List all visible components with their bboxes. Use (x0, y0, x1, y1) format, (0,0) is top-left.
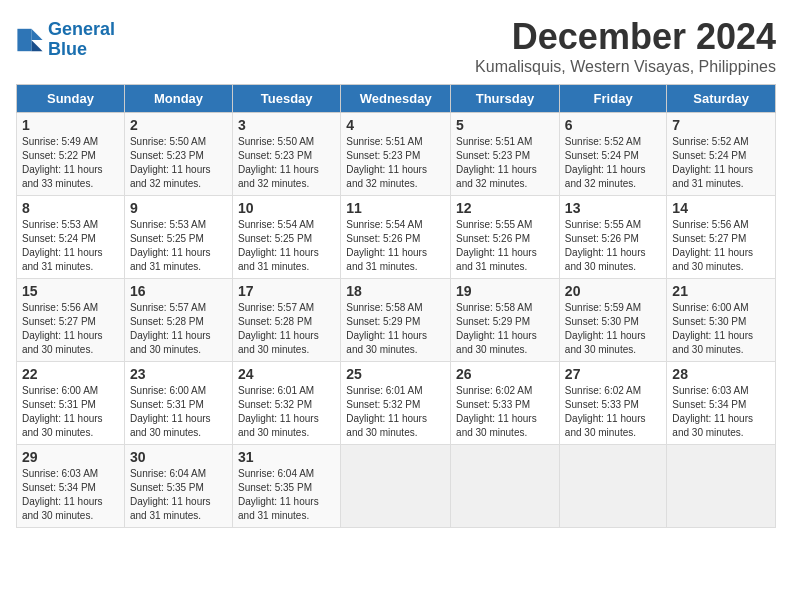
day-info: Sunrise: 6:03 AM Sunset: 5:34 PM Dayligh… (22, 467, 119, 523)
day-info: Sunrise: 6:02 AM Sunset: 5:33 PM Dayligh… (565, 384, 662, 440)
day-number: 18 (346, 283, 445, 299)
day-number: 7 (672, 117, 770, 133)
day-number: 24 (238, 366, 335, 382)
logo: General Blue (16, 20, 115, 60)
day-info: Sunrise: 5:53 AM Sunset: 5:25 PM Dayligh… (130, 218, 227, 274)
calendar-day-cell: 5Sunrise: 5:51 AM Sunset: 5:23 PM Daylig… (451, 113, 560, 196)
day-info: Sunrise: 6:03 AM Sunset: 5:34 PM Dayligh… (672, 384, 770, 440)
day-info: Sunrise: 6:04 AM Sunset: 5:35 PM Dayligh… (238, 467, 335, 523)
weekday-header-cell: Monday (124, 85, 232, 113)
day-number: 14 (672, 200, 770, 216)
day-number: 23 (130, 366, 227, 382)
calendar-day-cell: 16Sunrise: 5:57 AM Sunset: 5:28 PM Dayli… (124, 279, 232, 362)
calendar-day-cell: 29Sunrise: 6:03 AM Sunset: 5:34 PM Dayli… (17, 445, 125, 528)
day-number: 12 (456, 200, 554, 216)
day-number: 9 (130, 200, 227, 216)
day-number: 3 (238, 117, 335, 133)
calendar-day-cell: 18Sunrise: 5:58 AM Sunset: 5:29 PM Dayli… (341, 279, 451, 362)
weekday-header-cell: Saturday (667, 85, 776, 113)
calendar-day-cell: 23Sunrise: 6:00 AM Sunset: 5:31 PM Dayli… (124, 362, 232, 445)
day-info: Sunrise: 5:56 AM Sunset: 5:27 PM Dayligh… (22, 301, 119, 357)
month-title: December 2024 (475, 16, 776, 58)
day-number: 22 (22, 366, 119, 382)
day-info: Sunrise: 6:01 AM Sunset: 5:32 PM Dayligh… (346, 384, 445, 440)
calendar-week-row: 15Sunrise: 5:56 AM Sunset: 5:27 PM Dayli… (17, 279, 776, 362)
calendar-week-row: 22Sunrise: 6:00 AM Sunset: 5:31 PM Dayli… (17, 362, 776, 445)
calendar-day-cell: 10Sunrise: 5:54 AM Sunset: 5:25 PM Dayli… (233, 196, 341, 279)
calendar-day-cell: 19Sunrise: 5:58 AM Sunset: 5:29 PM Dayli… (451, 279, 560, 362)
day-info: Sunrise: 5:55 AM Sunset: 5:26 PM Dayligh… (565, 218, 662, 274)
day-number: 16 (130, 283, 227, 299)
calendar-day-cell: 6Sunrise: 5:52 AM Sunset: 5:24 PM Daylig… (559, 113, 667, 196)
location-title: Kumalisquis, Western Visayas, Philippine… (475, 58, 776, 76)
svg-rect-3 (17, 29, 31, 51)
day-number: 17 (238, 283, 335, 299)
day-info: Sunrise: 6:00 AM Sunset: 5:31 PM Dayligh… (22, 384, 119, 440)
calendar-day-cell: 4Sunrise: 5:51 AM Sunset: 5:23 PM Daylig… (341, 113, 451, 196)
weekday-header-cell: Thursday (451, 85, 560, 113)
logo-icon (16, 26, 44, 54)
calendar-week-row: 1Sunrise: 5:49 AM Sunset: 5:22 PM Daylig… (17, 113, 776, 196)
day-info: Sunrise: 6:01 AM Sunset: 5:32 PM Dayligh… (238, 384, 335, 440)
day-number: 31 (238, 449, 335, 465)
calendar-day-cell: 24Sunrise: 6:01 AM Sunset: 5:32 PM Dayli… (233, 362, 341, 445)
calendar-table: SundayMondayTuesdayWednesdayThursdayFrid… (16, 84, 776, 528)
calendar-body: 1Sunrise: 5:49 AM Sunset: 5:22 PM Daylig… (17, 113, 776, 528)
day-number: 4 (346, 117, 445, 133)
calendar-day-cell: 15Sunrise: 5:56 AM Sunset: 5:27 PM Dayli… (17, 279, 125, 362)
day-number: 26 (456, 366, 554, 382)
day-info: Sunrise: 5:52 AM Sunset: 5:24 PM Dayligh… (565, 135, 662, 191)
day-info: Sunrise: 5:57 AM Sunset: 5:28 PM Dayligh… (130, 301, 227, 357)
logo-line2: Blue (48, 39, 87, 59)
calendar-day-cell: 1Sunrise: 5:49 AM Sunset: 5:22 PM Daylig… (17, 113, 125, 196)
calendar-day-cell: 11Sunrise: 5:54 AM Sunset: 5:26 PM Dayli… (341, 196, 451, 279)
calendar-day-cell: 13Sunrise: 5:55 AM Sunset: 5:26 PM Dayli… (559, 196, 667, 279)
day-number: 28 (672, 366, 770, 382)
day-info: Sunrise: 5:56 AM Sunset: 5:27 PM Dayligh… (672, 218, 770, 274)
calendar-day-cell (559, 445, 667, 528)
calendar-day-cell (667, 445, 776, 528)
day-number: 5 (456, 117, 554, 133)
day-info: Sunrise: 5:54 AM Sunset: 5:26 PM Dayligh… (346, 218, 445, 274)
day-number: 2 (130, 117, 227, 133)
calendar-day-cell (451, 445, 560, 528)
day-info: Sunrise: 5:51 AM Sunset: 5:23 PM Dayligh… (346, 135, 445, 191)
calendar-day-cell: 21Sunrise: 6:00 AM Sunset: 5:30 PM Dayli… (667, 279, 776, 362)
calendar-day-cell: 3Sunrise: 5:50 AM Sunset: 5:23 PM Daylig… (233, 113, 341, 196)
weekday-header-cell: Friday (559, 85, 667, 113)
calendar-week-row: 8Sunrise: 5:53 AM Sunset: 5:24 PM Daylig… (17, 196, 776, 279)
day-number: 30 (130, 449, 227, 465)
calendar-day-cell: 27Sunrise: 6:02 AM Sunset: 5:33 PM Dayli… (559, 362, 667, 445)
header: General Blue December 2024 Kumalisquis, … (16, 16, 776, 76)
calendar-day-cell: 8Sunrise: 5:53 AM Sunset: 5:24 PM Daylig… (17, 196, 125, 279)
day-info: Sunrise: 5:58 AM Sunset: 5:29 PM Dayligh… (456, 301, 554, 357)
calendar-day-cell: 17Sunrise: 5:57 AM Sunset: 5:28 PM Dayli… (233, 279, 341, 362)
day-info: Sunrise: 5:50 AM Sunset: 5:23 PM Dayligh… (238, 135, 335, 191)
day-number: 13 (565, 200, 662, 216)
day-number: 25 (346, 366, 445, 382)
day-info: Sunrise: 5:49 AM Sunset: 5:22 PM Dayligh… (22, 135, 119, 191)
day-info: Sunrise: 6:02 AM Sunset: 5:33 PM Dayligh… (456, 384, 554, 440)
day-number: 21 (672, 283, 770, 299)
weekday-header-cell: Sunday (17, 85, 125, 113)
day-number: 6 (565, 117, 662, 133)
day-number: 1 (22, 117, 119, 133)
day-info: Sunrise: 5:59 AM Sunset: 5:30 PM Dayligh… (565, 301, 662, 357)
day-info: Sunrise: 5:55 AM Sunset: 5:26 PM Dayligh… (456, 218, 554, 274)
calendar-day-cell (341, 445, 451, 528)
calendar-week-row: 29Sunrise: 6:03 AM Sunset: 5:34 PM Dayli… (17, 445, 776, 528)
day-number: 27 (565, 366, 662, 382)
weekday-header-cell: Wednesday (341, 85, 451, 113)
calendar-day-cell: 26Sunrise: 6:02 AM Sunset: 5:33 PM Dayli… (451, 362, 560, 445)
calendar-day-cell: 25Sunrise: 6:01 AM Sunset: 5:32 PM Dayli… (341, 362, 451, 445)
calendar-day-cell: 14Sunrise: 5:56 AM Sunset: 5:27 PM Dayli… (667, 196, 776, 279)
title-area: December 2024 Kumalisquis, Western Visay… (475, 16, 776, 76)
calendar-day-cell: 30Sunrise: 6:04 AM Sunset: 5:35 PM Dayli… (124, 445, 232, 528)
day-info: Sunrise: 6:00 AM Sunset: 5:30 PM Dayligh… (672, 301, 770, 357)
calendar-day-cell: 22Sunrise: 6:00 AM Sunset: 5:31 PM Dayli… (17, 362, 125, 445)
logo-line1: General (48, 19, 115, 39)
calendar-day-cell: 9Sunrise: 5:53 AM Sunset: 5:25 PM Daylig… (124, 196, 232, 279)
day-info: Sunrise: 5:53 AM Sunset: 5:24 PM Dayligh… (22, 218, 119, 274)
day-number: 8 (22, 200, 119, 216)
day-info: Sunrise: 5:52 AM Sunset: 5:24 PM Dayligh… (672, 135, 770, 191)
